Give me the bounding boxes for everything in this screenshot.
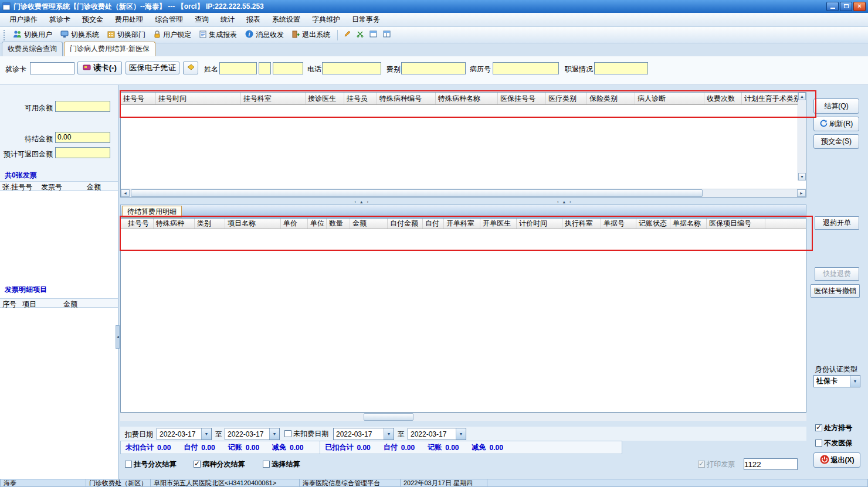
available-balance-field[interactable] bbox=[55, 101, 110, 112]
col-family-planning[interactable]: 计划生育手术类别 bbox=[742, 93, 798, 104]
undeduct-to-combo[interactable]: 2022-03-17 ▼ bbox=[408, 428, 466, 440]
menu-user-ops[interactable]: 用户操作 bbox=[4, 13, 43, 26]
menu-daily-affairs[interactable]: 日常事务 bbox=[346, 13, 386, 26]
grid-splitter[interactable]: ‹ ▲ › ‹ ▲ › bbox=[120, 199, 806, 205]
edit-button[interactable] bbox=[341, 28, 354, 42]
drug-return-button[interactable]: 退药开单 bbox=[815, 216, 859, 230]
deduct-from-combo[interactable]: 2022-03-17 ▼ bbox=[157, 428, 212, 440]
registration-vscrollbar[interactable]: ▲ ▼ bbox=[798, 93, 806, 181]
fee-type-input[interactable] bbox=[401, 62, 466, 74]
col-charge-count[interactable]: 收费次数 bbox=[704, 93, 742, 104]
menu-query[interactable]: 查询 bbox=[189, 13, 215, 26]
cut-button[interactable] bbox=[354, 28, 367, 42]
undeduct-date-checkbox[interactable] bbox=[284, 430, 291, 437]
read-card-button[interactable]: 读卡(-) bbox=[77, 62, 122, 74]
tag-button[interactable] bbox=[183, 62, 198, 74]
col-reg-time[interactable]: 挂号时间 bbox=[156, 93, 241, 104]
name-extra-input[interactable] bbox=[273, 62, 303, 74]
deposit-button[interactable]: 预交金(S) bbox=[813, 134, 859, 149]
restore-button[interactable] bbox=[840, 2, 852, 11]
col-special-disease-no[interactable]: 特殊病种编号 bbox=[377, 93, 436, 104]
fee-detail-hscroll-thumb[interactable] bbox=[364, 413, 413, 421]
fcol-unit[interactable]: 单位 bbox=[308, 219, 327, 229]
fcol-insurance-item-no[interactable]: 医保项目编号 bbox=[707, 219, 765, 229]
print-invoice-checkbox[interactable] bbox=[698, 461, 705, 468]
quick-refund-button[interactable]: 快捷退费 bbox=[815, 267, 859, 281]
col-insurance-type[interactable]: 保险类别 bbox=[587, 93, 635, 104]
fcol-item-name[interactable]: 项目名称 bbox=[225, 219, 281, 229]
fcol-special-disease[interactable]: 特殊病种 bbox=[154, 219, 195, 229]
splitter-collapse-icon[interactable]: ‹ ▲ › bbox=[355, 200, 369, 204]
fcol-order-dept[interactable]: 开单科室 bbox=[444, 219, 480, 229]
select-settle-checkbox[interactable] bbox=[263, 461, 270, 468]
exit-system-button[interactable]: 退出系统 bbox=[288, 28, 334, 42]
menu-fee-process[interactable]: 费用处理 bbox=[109, 13, 149, 26]
deduct-to-combo[interactable]: 2022-03-17 ▼ bbox=[225, 428, 280, 440]
tab-cashier-query[interactable]: 收费员综合查询 bbox=[2, 42, 63, 56]
col-reg-no[interactable]: 挂号号 bbox=[121, 93, 156, 104]
by-registration-checkbox[interactable] bbox=[125, 461, 132, 468]
cancel-insurance-reg-button[interactable]: 医保挂号撤销 bbox=[811, 284, 860, 298]
minimize-button[interactable] bbox=[826, 2, 839, 11]
rx-number-checkbox[interactable] bbox=[815, 424, 822, 431]
menu-visit-card[interactable]: 就诊卡 bbox=[43, 13, 76, 26]
refresh-button[interactable]: 刷新(R) bbox=[813, 117, 859, 131]
settle-button[interactable]: 结算(Q) bbox=[813, 98, 859, 114]
menu-dictionary[interactable]: 字典维护 bbox=[306, 13, 346, 26]
user-lock-button[interactable]: 用户锁定 bbox=[150, 28, 195, 42]
fcol-exec-dept[interactable]: 执行科室 bbox=[562, 219, 601, 229]
name-input[interactable] bbox=[219, 62, 257, 74]
splitter-expand-icon[interactable]: ‹ ▲ › bbox=[557, 200, 572, 204]
phone-input[interactable] bbox=[322, 62, 381, 74]
fcol-category[interactable]: 类别 bbox=[195, 219, 225, 229]
window-view-button[interactable] bbox=[367, 28, 380, 42]
col-registrar[interactable]: 挂号员 bbox=[344, 93, 377, 104]
fcol-reg-no[interactable]: 挂号号 bbox=[126, 219, 154, 229]
col-special-disease-name[interactable]: 特殊病种名称 bbox=[436, 93, 498, 104]
layout-view-button[interactable] bbox=[380, 28, 394, 42]
fcol-price-time[interactable]: 计价时间 bbox=[517, 219, 562, 229]
menu-reports[interactable]: 报表 bbox=[240, 13, 266, 26]
switch-user-button[interactable]: 切换用户 bbox=[9, 28, 56, 42]
exit-button[interactable]: 退出(X) bbox=[813, 452, 860, 468]
chevron-down-icon[interactable]: ▼ bbox=[850, 376, 860, 387]
invoice-no-input[interactable] bbox=[744, 458, 798, 470]
fcol-order-doctor[interactable]: 开单医生 bbox=[480, 219, 517, 229]
tab-pending-fee-detail[interactable]: 待结算费用明细 bbox=[122, 206, 182, 217]
chevron-down-icon[interactable]: ▼ bbox=[384, 428, 394, 440]
integrated-report-button[interactable]: 集成报表 bbox=[195, 28, 241, 42]
menu-system-settings[interactable]: 系统设置 bbox=[266, 13, 306, 26]
fcol-unit-price[interactable]: 单价 bbox=[281, 219, 308, 229]
col-doctor[interactable]: 接诊医生 bbox=[306, 93, 344, 104]
ehc-button[interactable]: 医保电子凭证 bbox=[126, 62, 179, 74]
fcol-book-status[interactable]: 记账状态 bbox=[636, 219, 670, 229]
menu-deposit[interactable]: 预交金 bbox=[76, 13, 109, 26]
fcol-self-pay[interactable]: 自付 bbox=[423, 219, 444, 229]
fcol-self-pay-amount[interactable]: 自付金额 bbox=[388, 219, 423, 229]
no-insurance-checkbox[interactable] bbox=[815, 440, 822, 447]
refund-field[interactable] bbox=[55, 147, 110, 158]
chevron-down-icon[interactable]: ▼ bbox=[456, 428, 466, 440]
pending-amount-field[interactable]: 0.00 bbox=[55, 132, 110, 143]
name-sub-input[interactable] bbox=[259, 62, 271, 74]
card-input[interactable] bbox=[30, 62, 74, 74]
col-insurance-reg-no[interactable]: 医保挂号号 bbox=[498, 93, 546, 104]
registration-hscrollbar[interactable]: ◄ ► bbox=[121, 189, 806, 197]
invoice-detail-list[interactable] bbox=[0, 308, 118, 479]
col-medical-type[interactable]: 医疗类别 bbox=[546, 93, 587, 104]
record-no-input[interactable] bbox=[493, 62, 559, 74]
scroll-up-icon[interactable]: ▲ bbox=[798, 93, 806, 100]
chevron-down-icon[interactable]: ▼ bbox=[269, 428, 279, 440]
by-disease-checkbox[interactable] bbox=[194, 461, 201, 468]
menu-statistics[interactable]: 统计 bbox=[215, 13, 240, 26]
fcol-qty[interactable]: 数量 bbox=[327, 219, 350, 229]
col-diagnosis[interactable]: 病人诊断 bbox=[635, 93, 704, 104]
undeduct-from-combo[interactable]: 2022-03-17 ▼ bbox=[333, 428, 394, 440]
fee-detail-hscrollbar[interactable] bbox=[120, 413, 806, 421]
chevron-down-icon[interactable]: ▼ bbox=[201, 428, 211, 440]
switch-dept-button[interactable]: 切换部门 bbox=[103, 28, 150, 42]
switch-system-button[interactable]: 切换系统 bbox=[56, 28, 103, 42]
close-button[interactable]: × bbox=[853, 2, 866, 11]
menu-management[interactable]: 综合管理 bbox=[149, 13, 189, 26]
fcol-doc-name[interactable]: 单据名称 bbox=[670, 219, 707, 229]
